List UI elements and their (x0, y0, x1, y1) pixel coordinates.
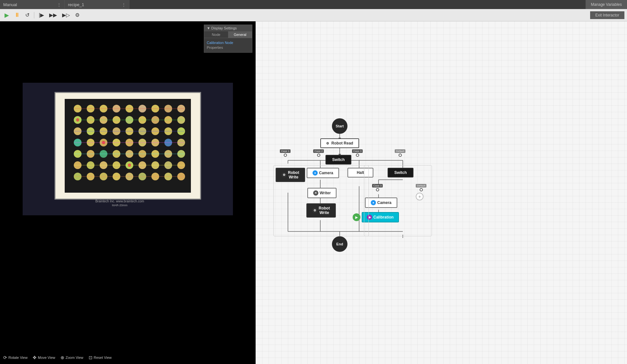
camera2-rect[interactable]: ● Camera (365, 198, 397, 208)
end-circle[interactable]: End (332, 236, 347, 252)
robot-read-label: Robot Read (331, 141, 353, 145)
camera-view: Braintech Inc. www.braintech.com MAR-20m… (23, 83, 233, 215)
case3-container: Case 3 (352, 149, 363, 157)
halt-node[interactable]: Halt (347, 168, 373, 177)
zoom-view-icon: ⊕ (60, 355, 64, 360)
display-settings-panel: ▼ Display Settings Node General Calibrat… (204, 25, 252, 53)
case3-switch2-dot (376, 188, 379, 191)
rotate-view-control[interactable]: ⟳ Rotate View (3, 355, 28, 360)
display-settings-body: Calibration Node Properties (204, 38, 252, 52)
case2-label: Case 2 (313, 149, 324, 153)
play-button[interactable]: ▶ (3, 10, 11, 20)
switch1-rect[interactable]: Switch (325, 155, 351, 165)
end-node[interactable]: End (332, 236, 347, 252)
robot-write2-node[interactable]: ⚙ Robot Write (306, 203, 336, 218)
case2-container: Case 2 (313, 149, 324, 157)
halt-rect[interactable]: Halt (347, 168, 373, 177)
camera1-icon: ● (313, 170, 318, 176)
camera1-rect[interactable]: ● Camera (307, 168, 339, 178)
writer-node[interactable]: ✕ Writer (307, 188, 336, 198)
tab-general[interactable]: General (228, 31, 252, 38)
camera2-label: Camera (377, 200, 391, 205)
start-node[interactable]: Start (332, 118, 347, 134)
properties-text: Properties (207, 46, 223, 49)
robot-write-left-label: Robot Write (288, 170, 299, 179)
fast-forward-button[interactable]: ▶▶ (47, 11, 59, 19)
default-label: Default (395, 149, 405, 153)
reset-view-label: Reset View (94, 356, 112, 359)
switch2-node[interactable]: Switch (388, 168, 413, 177)
robot-write-left-rect[interactable]: ⚙ Robot Write (276, 168, 305, 182)
switch1-node[interactable]: Switch (325, 155, 351, 165)
robot-write2-rect[interactable]: ⚙ Robot Write (306, 203, 336, 218)
start-circle[interactable]: Start (332, 118, 347, 134)
plus-button[interactable]: + (416, 193, 424, 200)
step-button[interactable]: |▶ (37, 11, 46, 19)
right-panel: Start ⚙ Robot Read Switch Case 1 Case 2 (256, 21, 627, 364)
toolbar: ▶ ⏸ ↺ |▶ ▶▶ ▶▷ ⚙ Exit Interactor (0, 9, 627, 21)
default-dot (399, 154, 402, 157)
switch2-rect[interactable]: Switch (388, 168, 413, 177)
case1-container: Case 1 (280, 149, 291, 157)
pause-button[interactable]: ⏸ (12, 10, 22, 20)
camera1-node[interactable]: ● Camera (307, 168, 339, 178)
robot-read-icon: ⚙ (326, 142, 329, 145)
svg-text:Braintech Inc. www.braintech.c: Braintech Inc. www.braintech.com (95, 199, 144, 203)
case3-switch2-label: Case 3 (372, 184, 383, 187)
camera2-icon: ● (371, 200, 376, 205)
svg-text:MAR-20mm: MAR-20mm (112, 204, 127, 207)
recipe-dropdown-icon: ⋮ (122, 2, 126, 7)
zoom-view-control[interactable]: ⊕ Zoom View (60, 355, 83, 360)
mode-selector[interactable]: Manual ⋮ (0, 0, 65, 9)
case1-dot (284, 154, 287, 157)
display-settings-header: ▼ Display Settings (204, 25, 252, 31)
rotate-view-icon: ⟳ (3, 355, 7, 360)
bottom-controls: ⟳ Rotate View ✥ Move View ⊕ Zoom View ⊡ … (3, 355, 112, 360)
exit-interactor-button[interactable]: Exit Interactor (590, 11, 624, 19)
recipe-selector[interactable]: recipe_1 ⋮ (65, 0, 129, 9)
default-switch2-label: Default (416, 184, 426, 187)
settings-button[interactable]: ⚙ (73, 11, 82, 19)
default-container: Default (395, 149, 405, 157)
robot-read-rect[interactable]: ⚙ Robot Read (320, 138, 359, 148)
top-bar: Manual ⋮ recipe_1 ⋮ Manage Variables (0, 0, 627, 9)
display-settings-tabs: Node General (204, 31, 252, 38)
robot-read-node[interactable]: ⚙ Robot Read (320, 138, 359, 148)
calibration-node-link[interactable]: Calibration Node (207, 41, 249, 45)
calibration-wrapper: ▶ ◆ Calibration (353, 212, 399, 222)
main-content: ▼ Display Settings Node General Calibrat… (0, 21, 627, 364)
move-view-label: Move View (38, 356, 55, 359)
skip-button[interactable]: ▶▷ (60, 11, 72, 19)
reset-view-icon: ⊡ (89, 355, 93, 360)
move-view-icon: ✥ (33, 355, 37, 360)
mode-dropdown-icon: ⋮ (57, 2, 61, 7)
recipe-label: recipe_1 (68, 2, 84, 7)
move-view-control[interactable]: ✥ Move View (33, 355, 55, 360)
default-switch2-container: Default (416, 184, 426, 191)
manage-variables-button[interactable]: Manage Variables (586, 0, 627, 9)
display-settings-title: ▼ Display Settings (207, 26, 237, 30)
robot-write2-icon: ⚙ (312, 208, 317, 213)
switch1-label: Switch (332, 157, 345, 162)
calibration-label: Calibration (373, 215, 394, 219)
calibration-icon: ◆ (367, 215, 372, 220)
refresh-button[interactable]: ↺ (23, 11, 31, 19)
toolbar-separator (34, 12, 34, 18)
writer-rect[interactable]: ✕ Writer (307, 188, 336, 198)
tab-node[interactable]: Node (204, 31, 228, 38)
switch2-label: Switch (394, 170, 407, 175)
start-label: Start (336, 124, 344, 128)
mode-label: Manual (3, 2, 17, 7)
calibration-play-btn[interactable]: ▶ (353, 213, 360, 221)
robot-write-left-node[interactable]: ⚙ Robot Write (276, 168, 305, 182)
case3-dot (356, 154, 359, 157)
case2-dot (317, 154, 320, 157)
case3-label: Case 3 (352, 149, 363, 153)
camera2-node[interactable]: ● Camera (365, 198, 397, 208)
calibration-node[interactable]: ▶ ◆ Calibration (353, 212, 399, 222)
reset-view-control[interactable]: ⊡ Reset View (89, 355, 112, 360)
calibration-rect[interactable]: ◆ Calibration (362, 212, 399, 222)
zoom-view-label: Zoom View (66, 356, 83, 359)
calibration-board-svg: Braintech Inc. www.braintech.com MAR-20m… (23, 83, 233, 215)
camera1-label: Camera (319, 171, 333, 175)
